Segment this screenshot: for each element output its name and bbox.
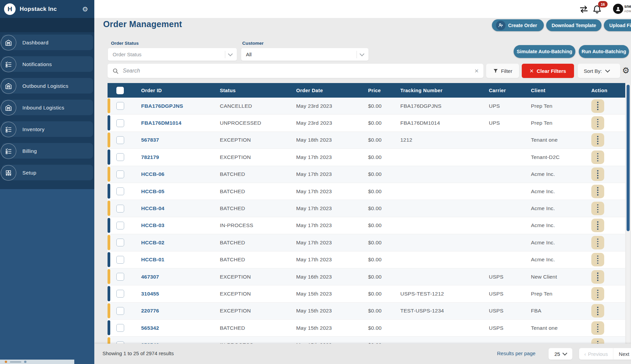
run-auto-batching-label: Run Auto-Batching [581,49,626,54]
cell-client: Tenant-D2C [531,154,591,160]
chevron-down-icon [605,68,610,73]
table-scrollbar-thumb[interactable] [627,85,630,231]
sidebar-item[interactable]: Inventory [2,121,93,137]
clear-filters-button[interactable]: × Clear Filters [522,64,574,78]
row-actions-kebab-button[interactable] [591,236,604,249]
row-checkbox[interactable] [116,256,124,264]
row-actions-kebab-button[interactable] [591,270,604,284]
row-actions-kebab-button[interactable] [591,150,604,164]
row-status-stripe [108,269,110,284]
chevron-left-icon: ‹ [584,351,586,357]
row-status-stripe [108,201,110,216]
user-avatar[interactable] [613,4,623,14]
sort-by-button[interactable]: Sort By: [578,64,620,78]
row-checkbox[interactable] [116,119,124,127]
run-auto-batching-button[interactable]: Run Auto-Batching [579,45,629,58]
order-id-link[interactable]: FBA176DM1014 [141,120,220,126]
order-id-link[interactable]: HCCB-06 [141,171,220,177]
cell-carrier: USPS [489,308,531,314]
sidebar-gear-icon[interactable]: ⚙ [82,5,88,13]
order-id-link[interactable]: 567837 [141,137,220,143]
search-input[interactable] [122,67,470,74]
previous-page-button[interactable]: ‹ Previous [579,348,613,360]
row-checkbox[interactable] [116,153,124,161]
cell-carrier: USPS [489,274,531,280]
row-actions-kebab-button[interactable] [591,304,604,318]
table-settings-gear-icon[interactable]: ⚙ [622,66,630,75]
sidebar-item[interactable]: Billing [2,143,93,159]
row-checkbox[interactable] [116,307,124,315]
simulate-auto-batching-button[interactable]: Simulate Auto-Batching [514,45,575,58]
row-checkbox[interactable] [116,324,124,332]
orders-table: Order ID Status Order Date Price Trackin… [108,83,625,344]
row-checkbox[interactable] [116,170,124,178]
topbar: 16 sne ADM [94,0,631,18]
user-name: sne [624,4,631,9]
order-id-link[interactable]: 782179 [141,154,220,160]
table-scrollbar-track[interactable] [626,83,630,344]
order-id-link[interactable]: 565342 [141,325,220,331]
pager: ‹ Previous Next › [579,348,631,360]
sidebar-item[interactable]: Outbound Logistics [2,78,93,94]
upload-file-button[interactable]: Upload Fil [604,19,631,31]
order-id-link[interactable]: HCCB-02 [141,240,220,246]
order-id-link[interactable]: FBA176DGPJNS [141,103,220,109]
order-id-link[interactable]: 220776 [141,308,220,314]
row-actions-kebab-button[interactable] [591,185,604,198]
order-status-select[interactable]: Order Status [108,48,237,61]
row-checkbox[interactable] [116,341,124,344]
table-row: HCCB-06 BATCHED May 17th 2023 $0.00 Acme… [108,166,625,183]
sidebar-item[interactable]: Notifications [2,56,93,72]
x-icon: × [530,67,534,74]
row-checkbox[interactable] [116,222,124,229]
row-checkbox[interactable] [116,102,124,110]
filter-button[interactable]: Filter [486,64,519,78]
swap-arrows-icon[interactable] [579,5,589,13]
row-actions-kebab-button[interactable] [591,133,604,147]
cell-carrier: UPS [489,120,531,126]
order-id-link[interactable]: 467307 [141,274,220,280]
row-checkbox[interactable] [116,187,124,195]
sidebar-item[interactable]: Inbound Logistics [2,100,93,115]
order-id-link[interactable]: HCCB-04 [141,205,220,211]
row-actions-kebab-button[interactable] [591,99,604,113]
order-id-link[interactable]: HCCB-05 [141,188,220,195]
order-id-link[interactable]: HCCB-01 [141,257,220,263]
cell-client: FBA [531,308,591,314]
sidebar-item[interactable]: Setup [2,165,93,180]
row-checkbox[interactable] [116,290,124,298]
row-actions-kebab-button[interactable] [591,338,604,344]
row-status-stripe [108,98,110,113]
row-actions-kebab-button[interactable] [591,167,604,181]
sidebar-item[interactable]: Dashboard [2,35,93,50]
row-checkbox[interactable] [116,273,124,281]
row-actions-kebab-button[interactable] [591,287,604,301]
order-id-link[interactable]: 310455 [141,291,220,297]
order-id-link[interactable]: HCCB-03 [141,222,220,228]
cell-status: EXCEPTION [220,154,296,160]
cell-price: $0.00 [368,222,400,228]
row-actions-kebab-button[interactable] [591,202,604,215]
row-status-stripe [108,149,110,164]
create-order-button[interactable]: Create Order [492,19,544,31]
previous-label: Previous [588,351,608,357]
row-actions-kebab-button[interactable] [591,321,604,335]
table-row: HCCB-03 IN-PROCESS May 17th 2023 $0.00 A… [108,217,625,234]
page-size-select[interactable]: 25 [549,348,572,360]
row-actions-kebab-button[interactable] [591,253,604,266]
select-all-checkbox[interactable] [116,87,124,94]
next-page-button[interactable]: Next › [613,348,631,360]
customer-select[interactable]: All [241,48,368,61]
row-actions-kebab-button[interactable] [591,219,604,232]
cell-client: Acme Inc. [531,222,591,228]
row-checkbox[interactable] [116,205,124,213]
clear-search-icon[interactable]: × [470,67,483,75]
cell-price: $0.00 [368,120,400,126]
row-actions-kebab-button[interactable] [591,116,604,130]
cell-client: Acme Inc. [531,205,591,211]
row-checkbox[interactable] [116,239,124,246]
download-template-button[interactable]: Download Template [546,19,601,31]
cell-client: Tenant one [531,325,591,331]
sidebar-lower-panel [0,189,94,364]
row-checkbox[interactable] [116,136,124,144]
